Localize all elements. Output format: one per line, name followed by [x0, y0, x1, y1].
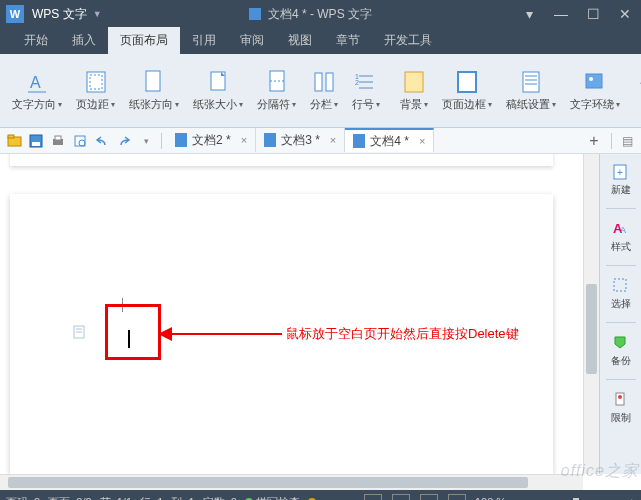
print-icon[interactable]: [48, 131, 68, 151]
ribbon-上[interactable]: 上: [628, 67, 641, 114]
svg-rect-28: [55, 136, 61, 140]
zoom-level[interactable]: 100 %: [475, 496, 506, 500]
menu-开发工具[interactable]: 开发工具: [372, 27, 444, 54]
svg-rect-4: [146, 71, 160, 91]
vertical-scrollbar[interactable]: [583, 154, 599, 474]
ribbon-背景[interactable]: 背景▾: [394, 67, 434, 114]
doc-tab-0[interactable]: 文档2 *×: [167, 128, 256, 152]
svg-rect-26: [32, 142, 40, 146]
ribbon-页边距[interactable]: 页边距▾: [70, 67, 121, 114]
paragraph-mark-icon: [72, 324, 86, 340]
annotation-text: 鼠标放于空白页开始然后直接按Delete键: [286, 325, 519, 343]
minimize-button[interactable]: —: [545, 0, 577, 28]
svg-text:A: A: [620, 225, 626, 235]
doc-tab-2[interactable]: 文档4 *×: [345, 128, 434, 152]
ribbon-稿纸设置[interactable]: 稿纸设置▾: [500, 67, 562, 114]
view-web[interactable]: [420, 494, 438, 500]
workspace: 鼠标放于空白页开始然后直接按Delete键 +新建AA样式选择备份限制: [0, 154, 641, 474]
ribbon-文字方向[interactable]: A文字方向▾: [6, 67, 68, 114]
maximize-button[interactable]: ☐: [577, 0, 609, 28]
ribbon-行号[interactable]: 12行号▾: [346, 67, 386, 114]
view-print-layout[interactable]: [364, 494, 382, 500]
status-doc-check[interactable]: [308, 496, 319, 500]
menu-视图[interactable]: 视图: [276, 27, 324, 54]
ribbon-纸张大小[interactable]: 纸张大小▾: [187, 67, 249, 114]
status-col: 列: 1: [171, 495, 194, 501]
menu-章节[interactable]: 章节: [324, 27, 372, 54]
zoom-out-button[interactable]: −: [514, 496, 520, 500]
status-page-num[interactable]: 页码: 2: [6, 495, 40, 501]
panel-选择[interactable]: 选择: [611, 274, 631, 314]
ribbon-collapse-icon[interactable]: ▾: [513, 0, 545, 28]
new-tab-button[interactable]: +: [582, 132, 606, 150]
svg-point-22: [589, 77, 593, 81]
ribbon-纸张方向[interactable]: 纸张方向▾: [123, 67, 185, 114]
panel-备份[interactable]: 备份: [611, 331, 631, 371]
title-text: 文档4 * - WPS 文字: [268, 7, 372, 21]
zoom-in-button[interactable]: +: [629, 496, 635, 500]
svg-rect-38: [614, 279, 626, 291]
ribbon-文字环绕[interactable]: 文字环绕▾: [564, 67, 626, 114]
svg-rect-21: [586, 74, 602, 88]
document-canvas[interactable]: 鼠标放于空白页开始然后直接按Delete键: [0, 154, 583, 474]
app-name: WPS 文字: [28, 6, 91, 23]
panel-限制[interactable]: 限制: [611, 388, 631, 428]
qat-more-icon[interactable]: ▾: [136, 131, 156, 151]
ribbon-分隔符[interactable]: 分隔符▾: [251, 67, 302, 114]
ribbon: A文字方向▾页边距▾纸张方向▾纸张大小▾分隔符▾分栏▾12行号▾背景▾页面边框▾…: [0, 54, 641, 128]
titlebar: W WPS 文字 ▼ 文档4 * - WPS 文字 ▾ — ☐ ✕: [0, 0, 641, 28]
panel-样式[interactable]: AA样式: [611, 217, 631, 257]
view-reading[interactable]: [448, 494, 466, 500]
ribbon-分栏[interactable]: 分栏▾: [304, 67, 344, 114]
horizontal-scrollbar[interactable]: [0, 474, 583, 490]
menubar: 开始插入页面布局引用审阅视图章节开发工具: [0, 28, 641, 54]
undo-icon[interactable]: [92, 131, 112, 151]
svg-rect-15: [405, 72, 423, 92]
hscroll-thumb[interactable]: [8, 477, 528, 488]
right-panel: +新建AA样式选择备份限制: [599, 154, 641, 474]
status-spell[interactable]: 拼写检查: [245, 495, 300, 501]
svg-point-40: [618, 395, 622, 399]
annotation-arrow-line: [162, 333, 282, 335]
quick-access-toolbar: ▾ 文档2 *×文档3 *×文档4 *× + ▤: [0, 128, 641, 154]
menu-审阅[interactable]: 审阅: [228, 27, 276, 54]
svg-rect-6: [270, 71, 284, 91]
status-section[interactable]: 节: 1/1: [100, 495, 132, 501]
document-title: 文档4 * - WPS 文字: [108, 6, 513, 23]
close-button[interactable]: ✕: [609, 0, 641, 28]
status-chars[interactable]: 字数: 0: [203, 495, 237, 501]
tab-close-icon[interactable]: ×: [241, 134, 247, 146]
prev-page-edge: [10, 154, 553, 166]
save-icon[interactable]: [26, 131, 46, 151]
tab-close-icon[interactable]: ×: [419, 135, 425, 147]
app-dropdown-icon[interactable]: ▼: [91, 9, 108, 19]
document-page[interactable]: 鼠标放于空白页开始然后直接按Delete键: [10, 194, 553, 474]
svg-rect-16: [458, 72, 476, 92]
statusbar: 页码: 2 页面: 2/2 节: 1/1 行: 1 列: 1 字数: 0 拼写检…: [0, 490, 641, 500]
menu-开始[interactable]: 开始: [12, 27, 60, 54]
open-icon[interactable]: [4, 131, 24, 151]
view-outline[interactable]: [392, 494, 410, 500]
tab-close-icon[interactable]: ×: [330, 134, 336, 146]
svg-rect-8: [315, 73, 322, 91]
ribbon-页面边框[interactable]: 页面边框▾: [436, 67, 498, 114]
doc-tab-1[interactable]: 文档3 *×: [256, 128, 345, 152]
panel-新建[interactable]: +新建: [611, 160, 631, 200]
app-logo-icon: W: [6, 5, 24, 23]
svg-point-30: [79, 140, 85, 146]
svg-rect-9: [326, 73, 333, 91]
redo-icon[interactable]: [114, 131, 134, 151]
highlight-box: [105, 304, 161, 360]
svg-rect-17: [523, 72, 539, 92]
text-cursor: [128, 330, 130, 348]
menu-引用[interactable]: 引用: [180, 27, 228, 54]
doc-icon: [249, 8, 261, 20]
svg-rect-24: [8, 135, 14, 138]
status-page-total[interactable]: 页面: 2/2: [48, 495, 91, 501]
vscroll-thumb[interactable]: [586, 284, 597, 374]
status-line: 行: 1: [140, 495, 163, 501]
print-preview-icon[interactable]: [70, 131, 90, 151]
menu-页面布局[interactable]: 页面布局: [108, 27, 180, 54]
tab-list-icon[interactable]: ▤: [617, 131, 637, 151]
menu-插入[interactable]: 插入: [60, 27, 108, 54]
